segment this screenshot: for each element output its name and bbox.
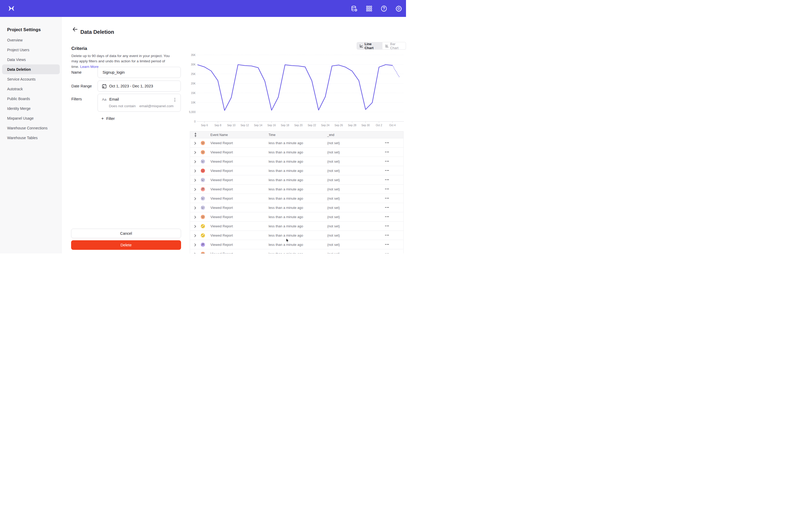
filter-property-row[interactable]: Aa Email — [102, 97, 119, 101]
row-menu-icon[interactable] — [385, 207, 389, 208]
help-icon[interactable] — [376, 0, 391, 17]
events-table: Event Name Time _end Viewed Report less … — [190, 131, 404, 253]
time-cell: less than a minute ago — [268, 141, 303, 145]
settings-gear-icon[interactable] — [391, 0, 406, 17]
table-row[interactable]: Viewed Report less than a minute ago (no… — [190, 184, 403, 194]
filter-condition[interactable]: Does not containemail@mixpanel.com — [109, 104, 174, 108]
name-field — [98, 67, 181, 78]
filters-label: Filters — [71, 97, 82, 101]
expand-chevron-icon[interactable] — [194, 234, 196, 238]
table-body: Viewed Report less than a minute ago (no… — [190, 138, 403, 253]
row-menu-icon[interactable] — [385, 235, 389, 235]
table-row[interactable]: Viewed Report less than a minute ago (no… — [190, 249, 403, 253]
column-header-event-name[interactable]: Event Name — [210, 133, 228, 137]
expand-chevron-icon[interactable] — [194, 178, 196, 182]
row-menu-icon[interactable] — [385, 161, 389, 162]
sidebar-item-overview[interactable]: Overview — [2, 35, 60, 45]
add-filter-label: Filter — [106, 116, 115, 121]
row-menu-icon[interactable] — [385, 142, 389, 143]
date-range-field[interactable]: Oct 1, 2023 - Dec 1, 2023 — [98, 80, 181, 92]
table-row[interactable]: Viewed Report less than a minute ago (no… — [190, 166, 403, 175]
expand-chevron-icon[interactable] — [194, 160, 196, 164]
sidebar-item-service-accounts[interactable]: Service Accounts — [2, 74, 60, 84]
table-row[interactable]: Viewed Report less than a minute ago (no… — [190, 138, 403, 148]
user-avatar — [201, 224, 205, 228]
expand-chevron-icon[interactable] — [194, 151, 196, 155]
time-cell: less than a minute ago — [268, 243, 303, 247]
time-cell: less than a minute ago — [268, 196, 303, 201]
sidebar-item-data-deletion[interactable]: Data Deletion — [2, 64, 60, 74]
sidebar-item-warehouse-tables[interactable]: Warehouse Tables — [2, 133, 60, 143]
date-range-label: Date Range — [71, 84, 92, 88]
row-menu-icon[interactable] — [385, 216, 389, 217]
end-cell: (not set) — [327, 233, 340, 237]
learn-more-link[interactable]: Learn More — [80, 65, 99, 69]
event-name-cell: Viewed Report — [210, 196, 233, 201]
row-menu-icon[interactable] — [385, 179, 389, 180]
plus-icon: + — [101, 116, 104, 121]
back-button[interactable] — [71, 26, 79, 33]
expand-chevron-icon[interactable] — [194, 216, 196, 219]
sidebar-item-autotrack[interactable]: Autotrack — [2, 84, 60, 94]
add-filter-button[interactable]: + Filter — [101, 116, 115, 121]
expand-chevron-icon[interactable] — [194, 225, 196, 229]
svg-text:30K: 30K — [191, 63, 196, 66]
filter-menu-icon[interactable] — [172, 97, 177, 103]
event-name-cell: Viewed Report — [210, 206, 233, 210]
data-management-icon[interactable] — [347, 0, 362, 17]
filter-property: Email — [109, 97, 119, 101]
expand-chevron-icon[interactable] — [194, 252, 196, 253]
svg-text:15K: 15K — [191, 92, 196, 95]
sidebar-item-project-users[interactable]: Project Users — [2, 45, 60, 55]
column-header-end[interactable]: _end — [327, 133, 335, 137]
row-menu-icon[interactable] — [385, 244, 389, 245]
cancel-button[interactable]: Cancel — [71, 229, 181, 238]
table-row[interactable]: Viewed Report less than a minute ago (no… — [190, 222, 403, 231]
sidebar: Project Settings OverviewProject UsersDa… — [0, 17, 62, 253]
sidebar-item-data-views[interactable]: Data Views — [2, 55, 60, 64]
topbar — [0, 0, 406, 17]
sort-icon[interactable] — [194, 132, 197, 138]
sidebar-nav: OverviewProject UsersData ViewsData Dele… — [0, 35, 61, 143]
mixpanel-logo[interactable] — [8, 5, 15, 12]
svg-text:25K: 25K — [191, 73, 196, 75]
user-avatar — [201, 215, 205, 219]
sidebar-item-identity-merge[interactable]: Identity Merge — [2, 104, 60, 113]
expand-chevron-icon[interactable] — [194, 188, 196, 192]
sidebar-item-public-boards[interactable]: Public Boards — [2, 94, 60, 104]
expand-chevron-icon[interactable] — [194, 206, 196, 210]
page-title: Data Deletion — [80, 29, 114, 35]
name-label: Name — [71, 70, 82, 74]
expand-chevron-icon[interactable] — [194, 197, 196, 201]
row-menu-icon[interactable] — [385, 152, 389, 152]
row-menu-icon[interactable] — [385, 198, 389, 199]
table-row[interactable]: Viewed Report less than a minute ago (no… — [190, 203, 403, 212]
row-menu-icon[interactable] — [385, 188, 389, 189]
table-row[interactable]: Viewed Report less than a minute ago (no… — [190, 157, 403, 166]
time-cell: less than a minute ago — [268, 160, 303, 163]
end-cell: (not set) — [327, 215, 340, 219]
name-input[interactable] — [102, 70, 179, 75]
apps-grid-icon[interactable] — [362, 0, 376, 17]
table-row[interactable]: Viewed Report less than a minute ago (no… — [190, 175, 403, 184]
expand-chevron-icon[interactable] — [194, 243, 196, 247]
table-row[interactable]: Viewed Report less than a minute ago (no… — [190, 194, 403, 203]
filter-operator: Does not contain — [109, 104, 136, 108]
table-row[interactable]: Viewed Report less than a minute ago (no… — [190, 231, 403, 240]
row-menu-icon[interactable] — [385, 170, 389, 171]
event-name-cell: Viewed Report — [210, 224, 233, 228]
table-row[interactable]: Viewed Report less than a minute ago (no… — [190, 212, 403, 222]
end-cell: (not set) — [327, 178, 340, 182]
table-row[interactable]: Viewed Report less than a minute ago (no… — [190, 240, 403, 249]
events-line-chart[interactable]: 05,00010K15K20K25K30K35KSep 6Sep 8Sep 10… — [189, 42, 406, 130]
sidebar-item-mixpanel-usage[interactable]: Mixpanel Usage — [2, 113, 60, 123]
sidebar-item-warehouse-connections[interactable]: Warehouse Connections — [2, 123, 60, 133]
row-menu-icon[interactable] — [385, 226, 389, 226]
delete-button[interactable]: Delete — [71, 240, 181, 250]
column-header-time[interactable]: Time — [268, 133, 275, 137]
svg-text:Sep 30: Sep 30 — [361, 124, 370, 127]
expand-chevron-icon[interactable] — [194, 169, 196, 173]
table-row[interactable]: Viewed Report less than a minute ago (no… — [190, 148, 403, 157]
row-menu-icon[interactable] — [385, 253, 389, 253]
expand-chevron-icon[interactable] — [194, 142, 196, 146]
